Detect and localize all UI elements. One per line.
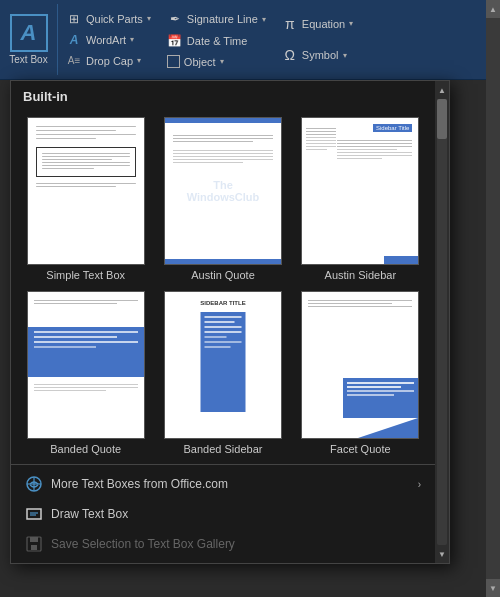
quick-parts-dropdown-arrow: ▾ <box>147 14 151 23</box>
draw-textbox-icon <box>25 505 43 523</box>
austin-quote-thumb: TheWindowsClub <box>164 117 282 265</box>
ribbon-toolbar: A Text Box ⊞ Quick Parts ▾ A WordArt ▾ A… <box>0 0 500 80</box>
save-selection-label: Save Selection to Text Box Gallery <box>51 537 235 551</box>
svg-rect-7 <box>30 537 38 542</box>
ribbon-col-1: ⊞ Quick Parts ▾ A WordArt ▾ A≡ Drop Cap … <box>58 4 159 75</box>
austin-sidebar-thumb: Sidebar Title <box>301 117 419 265</box>
draw-textbox-label: Draw Text Box <box>51 507 128 521</box>
panel-footer: More Text Boxes from Office.com › Draw T… <box>11 464 435 563</box>
window-scrollbar: ▲ ▼ <box>486 0 500 597</box>
object-dropdown-arrow: ▾ <box>220 57 224 66</box>
panel-scrollbar: ▲ ▼ <box>435 81 449 563</box>
scrollbar-down-arrow[interactable]: ▼ <box>435 547 449 561</box>
gallery-item-simple-text-box[interactable]: Simple Text Box <box>19 114 152 284</box>
gallery-item-austin-sidebar[interactable]: Sidebar Title <box>294 114 427 284</box>
more-textboxes-arrow: › <box>418 479 421 490</box>
svg-rect-8 <box>31 545 37 550</box>
equation-button[interactable]: π Equation ▾ <box>278 14 357 34</box>
ribbon-col-3: π Equation ▾ Ω Symbol ▾ <box>274 4 361 75</box>
scrollbar-track <box>437 99 447 545</box>
facet-quote-label: Facet Quote <box>330 443 391 455</box>
gallery-grid: Simple Text Box <box>11 108 435 464</box>
banded-quote-label: Banded Quote <box>50 443 121 455</box>
wordart-icon: A <box>66 32 82 48</box>
banded-sidebar-thumb: SIDEBAR TITLE <box>164 291 282 439</box>
simple-text-box-thumb <box>27 117 145 265</box>
symbol-button[interactable]: Ω Symbol ▾ <box>278 45 357 65</box>
object-button[interactable]: Object ▾ <box>163 53 270 70</box>
object-icon <box>167 55 180 68</box>
date-time-button[interactable]: 📅 Date & Time <box>163 31 270 51</box>
quick-parts-button[interactable]: ⊞ Quick Parts ▾ <box>62 9 155 29</box>
textbox-icon: A <box>10 14 48 52</box>
gallery-item-austin-quote[interactable]: TheWindowsClub Austin Quote <box>156 114 289 284</box>
quick-parts-icon: ⊞ <box>66 11 82 27</box>
textbox-ribbon-button[interactable]: A Text Box <box>0 4 58 75</box>
signature-line-button[interactable]: ✒ Signature Line ▾ <box>163 9 270 29</box>
text-box-gallery-dropdown: Built-in <box>10 80 450 564</box>
date-time-icon: 📅 <box>167 33 183 49</box>
gallery-item-facet-quote[interactable]: Facet Quote <box>294 288 427 458</box>
signature-dropdown-arrow: ▾ <box>262 15 266 24</box>
scrollbar-up-arrow[interactable]: ▲ <box>435 83 449 97</box>
save-selection-button: Save Selection to Text Box Gallery <box>11 529 435 559</box>
austin-sidebar-label: Austin Sidebar <box>325 269 397 281</box>
ribbon-col-2: ✒ Signature Line ▾ 📅 Date & Time Object … <box>159 4 274 75</box>
simple-text-box-label: Simple Text Box <box>46 269 125 281</box>
drop-cap-icon: A≡ <box>66 53 82 69</box>
gallery-item-banded-sidebar[interactable]: SIDEBAR TITLE Banded Sidebar <box>156 288 289 458</box>
signature-icon: ✒ <box>167 11 183 27</box>
draw-textbox-button[interactable]: Draw Text Box <box>11 499 435 529</box>
banded-quote-thumb <box>27 291 145 439</box>
section-header: Built-in <box>11 81 435 108</box>
facet-quote-thumb <box>301 291 419 439</box>
wordart-dropdown-arrow: ▾ <box>130 35 134 44</box>
panel-content: Built-in <box>11 81 449 563</box>
window-scroll-up[interactable]: ▲ <box>486 0 500 18</box>
more-textboxes-button[interactable]: More Text Boxes from Office.com › <box>11 469 435 499</box>
banded-sidebar-label: Banded Sidebar <box>184 443 263 455</box>
wordart-button[interactable]: A WordArt ▾ <box>62 30 155 50</box>
symbol-dropdown-arrow: ▾ <box>343 51 347 60</box>
gallery-item-banded-quote[interactable]: Banded Quote <box>19 288 152 458</box>
window-scroll-down[interactable]: ▼ <box>486 579 500 597</box>
svg-rect-3 <box>27 509 41 519</box>
scrollbar-thumb[interactable] <box>437 99 447 139</box>
austin-quote-label: Austin Quote <box>191 269 255 281</box>
drop-cap-dropdown-arrow: ▾ <box>137 56 141 65</box>
drop-cap-button[interactable]: A≡ Drop Cap ▾ <box>62 51 155 71</box>
save-selection-icon <box>25 535 43 553</box>
more-textboxes-label: More Text Boxes from Office.com <box>51 477 228 491</box>
more-textboxes-icon <box>25 475 43 493</box>
equation-dropdown-arrow: ▾ <box>349 19 353 28</box>
textbox-label: Text Box <box>9 54 47 65</box>
equation-icon: π <box>282 16 298 32</box>
symbol-icon: Ω <box>282 47 298 63</box>
panel-scroll-area: Built-in <box>11 81 435 563</box>
